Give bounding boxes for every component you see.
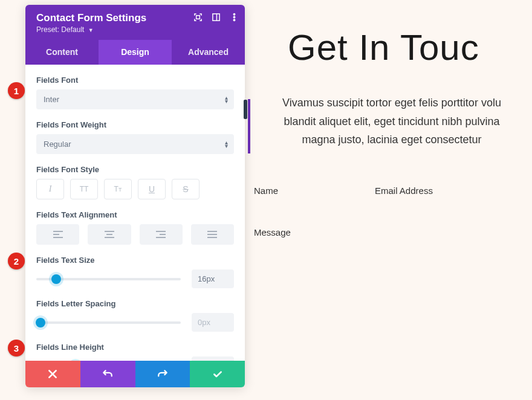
- strikethrough-button[interactable]: S: [172, 179, 199, 199]
- cancel-button[interactable]: [25, 361, 80, 387]
- tabs: Content Design Advanced: [25, 40, 245, 65]
- panel-body: Fields Font Inter ▴▾ Fields Font Weight …: [25, 65, 245, 361]
- undo-button[interactable]: [80, 361, 135, 387]
- more-icon[interactable]: [229, 12, 239, 22]
- fields-spacing-slider[interactable]: [36, 314, 181, 332]
- tab-advanced[interactable]: Advanced: [172, 40, 245, 65]
- fields-align-label: Fields Text Alignment: [36, 210, 234, 219]
- fields-lineheight-value[interactable]: 1.6em: [192, 356, 234, 361]
- align-justify-button[interactable]: [191, 224, 234, 245]
- save-button[interactable]: [190, 361, 245, 387]
- callout-1: 1: [8, 82, 25, 99]
- preview-paragraph: Vivamus suscipit tortor eget felis portt…: [251, 94, 532, 149]
- updown-icon: ▴▾: [225, 141, 228, 148]
- svg-point-3: [233, 13, 235, 15]
- uppercase-button[interactable]: TT: [70, 179, 98, 199]
- svg-rect-1: [212, 13, 219, 20]
- resize-handle[interactable]: [244, 100, 247, 119]
- align-center-button[interactable]: [88, 224, 131, 245]
- preview-email-field[interactable]: Email Address: [375, 185, 433, 196]
- smallcaps-button[interactable]: TT: [104, 179, 132, 199]
- callout-2: 2: [8, 253, 25, 269]
- fields-weight-label: Fields Font Weight: [36, 120, 234, 129]
- fields-spacing-label: Fields Letter Spacing: [36, 299, 234, 308]
- panel-footer: [25, 361, 245, 387]
- fields-size-value[interactable]: 16px: [192, 269, 234, 288]
- panel-header[interactable]: Contact Form Settings Preset: Default ▼: [25, 5, 245, 40]
- tab-design[interactable]: Design: [99, 40, 172, 65]
- fields-size-label: Fields Text Size: [36, 256, 234, 265]
- preview-name-field[interactable]: Name: [254, 185, 278, 196]
- svg-point-4: [233, 16, 235, 18]
- callout-3: 3: [8, 340, 25, 356]
- redo-button[interactable]: [135, 361, 190, 387]
- underline-button[interactable]: U: [138, 179, 166, 199]
- preview-form-row: Name Email Address: [254, 185, 532, 196]
- fields-weight-select[interactable]: Regular ▴▾: [36, 134, 234, 154]
- fields-lineheight-label: Fields Line Height: [36, 343, 234, 352]
- fields-style-label: Fields Font Style: [36, 165, 234, 174]
- text-align-row: [36, 224, 234, 245]
- svg-point-5: [233, 19, 235, 20]
- align-right-button[interactable]: [140, 224, 183, 245]
- svg-rect-0: [196, 15, 199, 19]
- preset-selector[interactable]: Preset: Default ▼: [36, 25, 234, 34]
- caret-down-icon: ▼: [88, 27, 94, 33]
- fields-spacing-value[interactable]: 0px: [192, 313, 234, 332]
- align-left-button[interactable]: [36, 224, 79, 245]
- module-active-indicator: [248, 99, 250, 153]
- fields-font-label: Fields Font: [36, 76, 234, 85]
- preview-heading: Get In Touc: [288, 27, 532, 68]
- tab-content[interactable]: Content: [25, 40, 99, 65]
- expand-icon[interactable]: [193, 12, 203, 22]
- fields-size-slider[interactable]: [36, 270, 181, 288]
- font-style-row: I TT TT U S: [36, 179, 234, 199]
- dock-icon[interactable]: [211, 12, 221, 22]
- fields-lineheight-slider[interactable]: [36, 357, 181, 361]
- preview-message-field[interactable]: Message: [254, 227, 532, 237]
- updown-icon: ▴▾: [225, 96, 228, 103]
- italic-button[interactable]: I: [36, 179, 64, 199]
- fields-font-select[interactable]: Inter ▴▾: [36, 89, 234, 109]
- settings-panel: Contact Form Settings Preset: Default ▼ …: [25, 5, 245, 387]
- preview-area: Get In Touc Vivamus suscipit tortor eget…: [251, 0, 532, 400]
